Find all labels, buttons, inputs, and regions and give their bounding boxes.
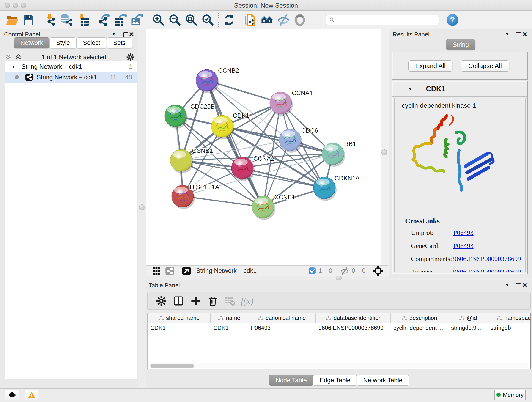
column-header-database-identifier[interactable]: database identifier (316, 313, 391, 323)
zoom-fit-button[interactable] (183, 13, 200, 27)
tab-network-table[interactable]: Network Table (357, 375, 409, 386)
tab-style[interactable]: Style (50, 37, 76, 48)
cell--id[interactable]: stringdb:9... (448, 325, 488, 331)
import-network-from-database-button[interactable] (58, 13, 75, 27)
crosslink-link[interactable]: P06493 (453, 229, 474, 236)
tab-network[interactable]: Network (14, 37, 50, 48)
column-header-shared-name[interactable]: shared name (147, 313, 210, 323)
network-row[interactable]: String Network – cdk1 11 48 (5, 72, 137, 83)
cell-name[interactable]: CDK1 (210, 325, 248, 331)
delete-column-button[interactable] (204, 294, 221, 308)
save-session-button[interactable] (20, 13, 37, 27)
add-column-button[interactable] (187, 294, 204, 308)
string-share-icon[interactable] (165, 266, 174, 275)
tab-node-table[interactable]: Node Table (269, 375, 313, 386)
cell-database-identifier[interactable]: 9606.ENSP00000378699 (316, 325, 391, 331)
network-node-CCNA1[interactable] (270, 92, 293, 116)
control-panel-close-icon[interactable]: ✕ (129, 31, 134, 38)
column-header-namespace[interactable]: namespace (488, 313, 531, 323)
hide-results-button[interactable] (275, 13, 292, 27)
gene-collapse-icon[interactable]: ▼ (408, 86, 413, 91)
open-session-button[interactable] (4, 13, 20, 27)
cell-namespace[interactable]: stringdb (488, 325, 531, 331)
right-splitter-grip[interactable] (381, 149, 387, 155)
crosslink-link[interactable]: 9606.ENSP00000378699 (453, 255, 521, 263)
show-eye-button[interactable] (292, 13, 308, 27)
column-header-name[interactable]: name (210, 313, 248, 323)
share-document-button[interactable] (242, 13, 259, 27)
tab-sets[interactable]: Sets (107, 37, 132, 48)
memory-button[interactable]: Memory (494, 390, 526, 400)
cloud-button[interactable] (5, 390, 19, 400)
expand-all-icon[interactable] (15, 54, 22, 61)
birdseye-grid-icon[interactable] (152, 266, 161, 275)
tab-string[interactable]: String (446, 39, 476, 50)
control-panel-float-icon[interactable] (123, 32, 128, 37)
export-table-button[interactable] (112, 13, 129, 27)
zoom-out-icon (168, 13, 181, 26)
collapse-all-icon[interactable] (5, 54, 12, 61)
show-columns-button[interactable] (170, 294, 187, 308)
collection-count: 1 (129, 63, 133, 70)
hidden-eye-slash-icon[interactable] (340, 266, 349, 276)
string-home-button[interactable] (259, 13, 275, 27)
column-header-description[interactable]: description (391, 313, 448, 323)
selected-checkbox-icon[interactable] (308, 267, 316, 275)
network-options-gear-icon[interactable] (126, 53, 134, 61)
column-header--id[interactable]: @id (448, 313, 488, 323)
network-node-CDC25B[interactable] (165, 105, 188, 128)
expand-all-button[interactable]: Expand All (408, 60, 452, 71)
crosslink-link[interactable]: 9606.ENSP00000378699 (453, 268, 521, 272)
table-options-button[interactable] (152, 294, 170, 308)
scrollbar-thumb[interactable] (150, 364, 194, 368)
search-icon (329, 17, 335, 23)
collapse-all-button[interactable]: Collapse All (461, 60, 509, 71)
network-canvas[interactable]: CCNB2CCNA1CDC25BCDK1CDC6RB1CCNB1CCNA2CDK… (146, 29, 381, 265)
table-panel-close-icon[interactable]: ✕ (522, 281, 527, 289)
tab-select[interactable]: Select (76, 37, 107, 48)
search-field[interactable] (326, 15, 439, 25)
import-network-from-file-button[interactable] (41, 13, 58, 27)
warnings-button[interactable] (25, 390, 38, 400)
help-button[interactable]: ? (447, 14, 458, 26)
network-node-CDKN1A[interactable] (313, 177, 336, 201)
results-panel-close-icon[interactable]: ✕ (522, 31, 527, 38)
crosslink-link[interactable]: P06493 (453, 242, 474, 249)
open-in-window-icon[interactable] (182, 266, 191, 275)
left-splitter[interactable] (138, 29, 146, 389)
zoom-selected-button[interactable] (200, 13, 216, 27)
table-panel-float-icon[interactable] (516, 283, 521, 288)
column-type-icon (326, 315, 331, 321)
network-node-CDK1[interactable] (211, 115, 234, 139)
cell-shared-name[interactable]: CDK1 (147, 325, 210, 331)
table-horizontal-scrollbar[interactable] (149, 363, 528, 368)
node-label-CDC25B: CDC25B (190, 103, 215, 110)
control-panel-collapse-icon[interactable]: ▼ (112, 32, 116, 37)
search-input[interactable] (337, 16, 436, 23)
export-image-icon (131, 13, 143, 26)
tree-expander-icon[interactable]: ▼ (12, 64, 16, 69)
export-network-button[interactable] (96, 13, 112, 27)
column-header-canonical-name[interactable]: canonical name (248, 313, 316, 323)
export-image-button[interactable] (129, 13, 145, 27)
zoom-out-button[interactable] (167, 13, 183, 27)
network-node-RB1[interactable] (322, 143, 345, 167)
network-collection-row[interactable]: ▼ String Network – cdk1 1 (5, 61, 137, 72)
table-panel-collapse-icon[interactable]: ▼ (505, 283, 509, 288)
left-splitter-grip[interactable] (139, 204, 145, 211)
save-icon (22, 13, 35, 26)
import-table-from-file-button[interactable] (75, 13, 91, 27)
cell-description[interactable]: cyclin-dependent ... (391, 325, 448, 331)
results-panel-float-icon[interactable] (516, 32, 521, 37)
right-splitter[interactable] (381, 29, 389, 276)
export-table-icon (114, 13, 127, 26)
refresh-layout-button[interactable] (221, 13, 237, 27)
table-row[interactable]: CDK1CDK1P064939606.ENSP00000378699cyclin… (147, 323, 530, 332)
fit-selected-crosshair-icon[interactable] (373, 266, 383, 276)
cloud-icon (8, 391, 16, 399)
results-panel-collapse-icon[interactable]: ▼ (505, 32, 509, 37)
network-app-icon (25, 73, 33, 81)
zoom-in-button[interactable] (150, 13, 167, 27)
cell-canonical-name[interactable]: P06493 (248, 325, 316, 331)
tab-edge-table[interactable]: Edge Table (313, 375, 357, 386)
